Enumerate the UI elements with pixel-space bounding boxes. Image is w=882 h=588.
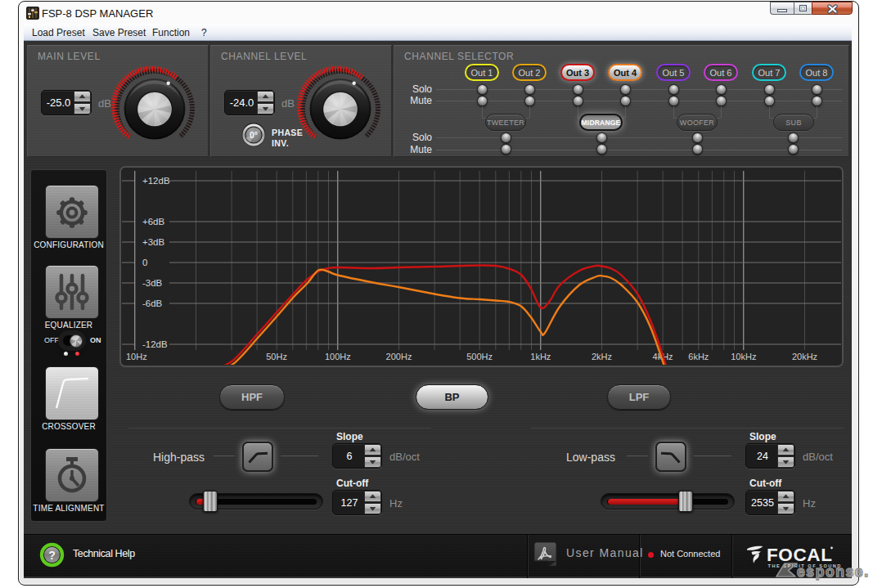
svg-text:-12dB: -12dB (142, 339, 168, 349)
svg-text:2kHz: 2kHz (592, 352, 612, 361)
svg-text:-6dB: -6dB (142, 298, 163, 308)
svg-text:0: 0 (142, 258, 147, 267)
svg-text:+12dB: +12dB (142, 176, 170, 186)
svg-text:20kHz: 20kHz (792, 352, 817, 361)
svg-text:6kHz: 6kHz (688, 352, 709, 361)
svg-text:1kHz: 1kHz (530, 352, 551, 361)
svg-text:200Hz: 200Hz (386, 352, 412, 361)
svg-text:-3dB: -3dB (142, 278, 163, 288)
svg-text:+6dB: +6dB (142, 217, 165, 227)
svg-text:0°: 0° (250, 130, 258, 140)
svg-text:50Hz: 50Hz (266, 352, 287, 361)
svg-text:10kHz: 10kHz (731, 352, 756, 361)
svg-text:esponse.: esponse. (797, 563, 870, 580)
svg-text:+3dB: +3dB (142, 237, 165, 247)
svg-text:?: ? (48, 549, 56, 562)
svg-text:100Hz: 100Hz (325, 352, 351, 361)
svg-text:500Hz: 500Hz (466, 352, 493, 361)
svg-text:10Hz: 10Hz (126, 352, 147, 361)
